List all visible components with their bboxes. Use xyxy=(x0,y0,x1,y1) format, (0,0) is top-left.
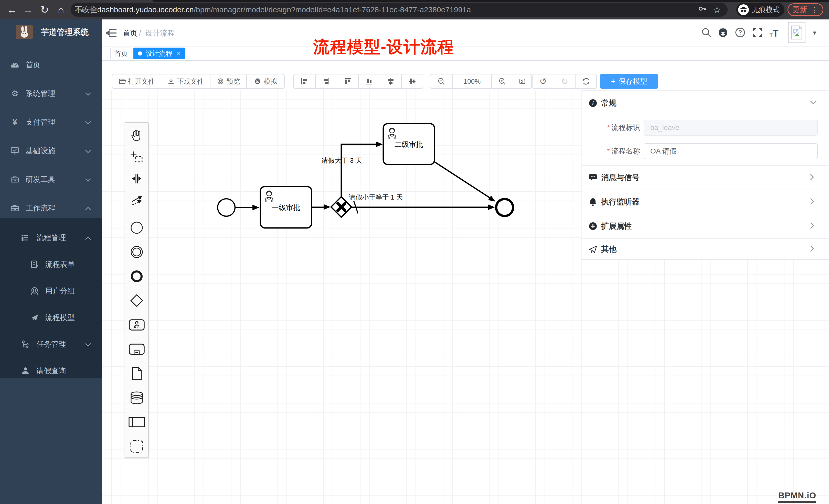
sidebar-item-system[interactable]: ⚙ 系统管理 xyxy=(0,79,102,108)
app-title: 芋道管理系统 xyxy=(41,20,88,48)
chevron-down-icon xyxy=(810,101,817,106)
bpmn-diagram: 一级审批 二级审批 请假大于 3 天 请假小于等于 1 xyxy=(102,90,550,269)
fullscreen-icon[interactable] xyxy=(752,27,764,39)
redo-button[interactable]: ↻ xyxy=(554,74,575,88)
tab-close-icon[interactable]: × xyxy=(177,50,180,57)
create-user-task[interactable] xyxy=(126,313,147,337)
home-icon[interactable]: ⌂ xyxy=(55,4,67,16)
sidebar-item-label: 基础设施 xyxy=(26,137,55,165)
page-tabbar: 首页 设计流程 × xyxy=(102,46,829,61)
svg-text:?: ? xyxy=(738,29,742,36)
avatar-caret-icon[interactable]: ▼ xyxy=(812,30,818,36)
sidebar-item-label: 系统管理 xyxy=(26,79,55,108)
start-event-node[interactable] xyxy=(218,199,235,216)
form-row-process-name: *流程名称 xyxy=(582,143,829,160)
save-model-button[interactable]: + 保存模型 xyxy=(600,74,658,89)
url-bar[interactable]: ▲ 不安全 dashboard.yudao.iocoder.cn /bpm/ma… xyxy=(71,3,728,16)
briefcase-icon xyxy=(10,203,20,212)
process-key-input[interactable] xyxy=(644,120,818,135)
update-button[interactable]: 更新 ⋮ xyxy=(788,3,823,16)
person-icon xyxy=(21,366,30,375)
exclusive-gateway-node[interactable] xyxy=(331,197,352,217)
create-data-store[interactable] xyxy=(126,386,147,410)
section-extended-attrs[interactable]: 扩展属性 xyxy=(582,214,829,238)
sidebar-item-leave-query[interactable]: 请假查询 xyxy=(0,357,102,384)
sidebar-item-process-mgmt[interactable]: 流程管理 xyxy=(0,224,102,251)
create-gateway[interactable] xyxy=(126,288,147,313)
align-middle-button[interactable] xyxy=(401,74,423,88)
chevron-right-icon xyxy=(810,198,814,206)
sidebar-item-user-group[interactable]: 用户分组 xyxy=(0,278,102,304)
bell-icon xyxy=(588,197,598,206)
reload-icon[interactable]: ↻ xyxy=(38,4,51,16)
refresh-button[interactable] xyxy=(575,74,596,88)
align-top-button[interactable] xyxy=(337,74,358,88)
avatar[interactable] xyxy=(788,22,805,43)
section-other[interactable]: 其他 xyxy=(582,238,829,260)
help-icon[interactable]: ? xyxy=(734,27,747,39)
logo-row: 芋道管理系统 xyxy=(0,20,102,48)
align-right-button[interactable] xyxy=(315,74,337,88)
sidebar-fold-button[interactable] xyxy=(106,28,117,38)
align-left-button[interactable] xyxy=(294,74,315,88)
download-file-button[interactable]: 下载文件 xyxy=(161,74,210,88)
sidebar-item-task-mgmt[interactable]: 任务管理 xyxy=(0,331,102,357)
section-message-signal[interactable]: 消息与信号 xyxy=(582,165,829,190)
sidebar-item-process-form[interactable]: 流程表单 xyxy=(0,251,102,278)
create-participant[interactable] xyxy=(126,410,147,434)
sidebar-item-infra[interactable]: 基础设施 xyxy=(0,137,102,165)
chevron-up-icon xyxy=(85,234,91,242)
flow-label-gt3: 请假大于 3 天 xyxy=(322,157,362,164)
tab-home[interactable]: 首页 xyxy=(110,48,132,60)
end-event-node[interactable] xyxy=(496,199,513,216)
font-size-icon[interactable]: TT xyxy=(769,28,782,40)
sidebar-item-label: 首页 xyxy=(26,50,40,79)
list-icon xyxy=(21,233,30,242)
sidebar-item-label: 任务管理 xyxy=(36,331,66,357)
section-general[interactable]: i 常规 xyxy=(582,90,829,116)
task-node-level2[interactable]: 二级审批 xyxy=(383,124,434,164)
gear-icon: ⚙ xyxy=(10,89,20,98)
zoom-in-button[interactable] xyxy=(491,74,513,88)
sidebar-item-home[interactable]: 首页 xyxy=(0,50,102,79)
undo-button[interactable]: ↺ xyxy=(533,74,554,88)
required-mark: * xyxy=(607,124,610,131)
send-icon xyxy=(588,244,598,254)
sidebar-item-payment[interactable]: ¥ 支付管理 xyxy=(0,108,102,137)
tab-design-process[interactable]: 设计流程 × xyxy=(133,48,185,60)
preview-button[interactable]: 预览 xyxy=(210,74,246,88)
svg-text:二级审批: 二级审批 xyxy=(395,141,423,148)
sidebar-item-process-model[interactable]: 流程模型 xyxy=(0,304,102,331)
zoom-out-button[interactable] xyxy=(430,74,453,88)
browser-active-tab[interactable] xyxy=(0,0,154,2)
bpmn-io-logo[interactable]: BPMN.iO xyxy=(778,491,816,503)
bookmark-star-icon[interactable]: ☆ xyxy=(713,5,721,15)
properties-panel: i 常规 *流程标识 *流程名称 消息与信号 执行监听器 xyxy=(582,90,829,260)
process-name-input[interactable] xyxy=(644,143,818,159)
back-icon[interactable]: ← xyxy=(6,4,18,16)
create-data-object[interactable] xyxy=(126,361,147,386)
browser-menu-icon[interactable]: ⋮ xyxy=(811,5,819,14)
zoom-reset-button[interactable] xyxy=(513,74,531,88)
sidebar-item-devtools[interactable]: 研发工具 xyxy=(0,165,102,194)
align-center-button[interactable] xyxy=(380,74,401,88)
browser-chrome: ← → ↻ ⌂ ▲ 不安全 dashboard.yudao.iocoder.cn… xyxy=(0,0,829,20)
zoom-level: 100% xyxy=(453,74,491,88)
section-execution-listener[interactable]: 执行监听器 xyxy=(582,190,829,214)
forward-icon[interactable]: → xyxy=(22,4,34,16)
github-icon[interactable] xyxy=(717,27,729,39)
task-node-level1[interactable]: 一级审批 xyxy=(260,187,312,228)
align-bottom-button[interactable] xyxy=(358,74,380,88)
paper-plane-icon xyxy=(30,313,39,322)
password-key-icon[interactable] xyxy=(698,4,707,15)
plus-icon: + xyxy=(611,77,616,86)
dashboard-icon xyxy=(10,60,20,69)
open-file-button[interactable]: 打开文件 xyxy=(112,74,161,88)
simulate-button[interactable]: 模拟 xyxy=(246,74,284,88)
create-group[interactable] xyxy=(126,434,147,459)
toolbox-icon xyxy=(10,175,20,184)
search-icon[interactable] xyxy=(701,27,713,39)
create-subprocess[interactable] xyxy=(126,337,147,361)
breadcrumb-home[interactable]: 首页 xyxy=(123,20,138,46)
tab-active-dot xyxy=(138,51,142,55)
